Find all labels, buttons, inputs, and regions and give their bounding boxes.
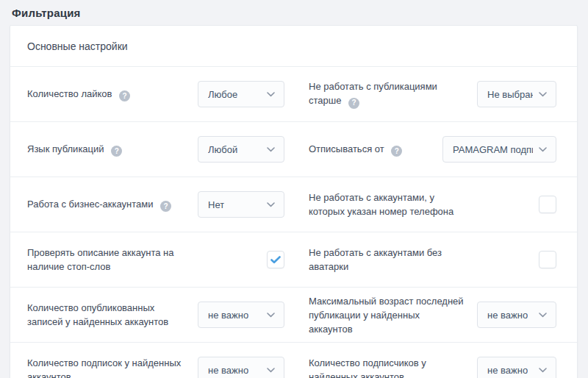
filter-rows: Количество лайков ?ЛюбоеНе работать с пу… [10, 66, 577, 378]
field-skip-accounts-with-phone: Не работать с аккаунтами, у которых указ… [295, 177, 577, 232]
field-business-accounts: Работа с бизнес-аккаунтами ?Нет [10, 177, 295, 232]
skip-accounts-with-phone-checkbox[interactable] [539, 196, 556, 213]
chevron-down-icon [267, 368, 275, 373]
likes-count-help-icon[interactable]: ? [119, 90, 130, 101]
skip-accounts-with-phone-label: Не работать с аккаунтами, у которых указ… [309, 192, 453, 217]
found-accounts-last-post-age-label-wrap: Максимальный возраст последней публикаци… [309, 294, 465, 336]
unfollow-from-dropdown-value: PAMAGRAM подпис... [453, 144, 533, 155]
skip-accounts-without-avatar-checkbox[interactable] [539, 251, 556, 268]
publications-language-dropdown-value: Любой [208, 144, 237, 155]
filter-row: Работа с бизнес-аккаунтами ?НетНе работа… [10, 176, 577, 232]
found-accounts-following-count-label-wrap: Количество подписок у найденных аккаунто… [27, 356, 187, 378]
check-bio-stopwords-checkbox[interactable] [267, 251, 284, 268]
field-check-bio-stopwords: Проверять описание аккаунта на наличие с… [10, 232, 295, 287]
business-accounts-label: Работа с бизнес-аккаунтами [27, 199, 153, 210]
filter-row: Количество лайков ?ЛюбоеНе работать с пу… [10, 66, 577, 121]
found-accounts-posts-count-label: Количество опубликованных записей у найд… [27, 302, 168, 327]
field-publications-language: Язык публикаций ?Любой [10, 122, 295, 176]
field-skip-accounts-without-avatar: Не работать с аккаунтами без аватарки [295, 232, 577, 287]
business-accounts-help-icon[interactable]: ? [160, 201, 171, 212]
field-skip-publications-older: Не работать с публикациями старше ?Не вы… [295, 67, 577, 121]
checkmark-icon [270, 256, 281, 264]
found-accounts-last-post-age-label: Максимальный возраст последней публикаци… [309, 296, 464, 335]
likes-count-dropdown-value: Любое [208, 89, 237, 100]
publications-language-dropdown[interactable]: Любой [198, 136, 284, 163]
publications-language-label: Язык публикаций [27, 143, 104, 154]
chevron-down-icon [267, 92, 275, 97]
chevron-down-icon [539, 147, 547, 152]
chevron-down-icon [539, 92, 547, 97]
page-title: Фильтрация [12, 7, 578, 19]
field-found-accounts-last-post-age: Максимальный возраст последней публикаци… [295, 288, 577, 342]
found-accounts-followers-count-dropdown[interactable]: не важно [477, 357, 556, 378]
found-accounts-following-count-dropdown[interactable]: не важно [198, 357, 284, 378]
found-accounts-followers-count-dropdown-value: не важно [487, 365, 528, 376]
skip-accounts-without-avatar-label: Не работать с аккаунтами без аватарки [309, 247, 442, 272]
found-accounts-last-post-age-dropdown[interactable]: не важно [477, 302, 556, 328]
chevron-down-icon [539, 313, 547, 318]
chevron-down-icon [539, 368, 547, 373]
filter-row: Количество опубликованных записей у найд… [10, 287, 577, 342]
section-heading: Основные настройки [10, 26, 577, 66]
business-accounts-label-wrap: Работа с бизнес-аккаунтами ? [27, 197, 171, 213]
chevron-down-icon [267, 202, 275, 207]
filter-row: Количество подписок у найденных аккаунто… [10, 342, 577, 378]
publications-language-help-icon[interactable]: ? [111, 146, 122, 157]
check-bio-stopwords-label: Проверять описание аккаунта на наличие с… [27, 247, 174, 272]
check-bio-stopwords-label-wrap: Проверять описание аккаунта на наличие с… [27, 246, 187, 274]
business-accounts-dropdown[interactable]: Нет [198, 191, 284, 218]
found-accounts-followers-count-label: Количество подписчиков у найденных аккау… [309, 357, 426, 378]
filter-row: Проверять описание аккаунта на наличие с… [10, 232, 577, 287]
field-found-accounts-posts-count: Количество опубликованных записей у найд… [10, 288, 295, 342]
field-found-accounts-following-count: Количество подписок у найденных аккаунто… [10, 343, 295, 378]
unfollow-from-dropdown[interactable]: PAMAGRAM подпис... [442, 136, 556, 163]
skip-accounts-with-phone-label-wrap: Не работать с аккаунтами, у которых указ… [309, 190, 465, 218]
found-accounts-posts-count-label-wrap: Количество опубликованных записей у найд… [27, 301, 187, 329]
skip-publications-older-label: Не работать с публикациями старше [309, 81, 437, 106]
field-found-accounts-followers-count: Количество подписчиков у найденных аккау… [295, 343, 577, 378]
likes-count-label-wrap: Количество лайков ? [27, 87, 130, 102]
unfollow-from-help-icon[interactable]: ? [391, 146, 402, 157]
likes-count-dropdown[interactable]: Любое [198, 81, 284, 107]
chevron-down-icon [267, 313, 275, 318]
likes-count-label: Количество лайков [27, 88, 112, 99]
found-accounts-last-post-age-dropdown-value: не важно [487, 310, 528, 321]
field-unfollow-from: Отписываться от ?PAMAGRAM подпис... [295, 122, 577, 176]
skip-publications-older-dropdown-value: Не выбрано [487, 89, 533, 100]
skip-publications-older-help-icon[interactable]: ? [348, 98, 359, 109]
found-accounts-posts-count-dropdown-value: не важно [208, 310, 248, 321]
skip-publications-older-dropdown[interactable]: Не выбрано [477, 81, 556, 107]
filtration-page: Фильтрация Основные настройки Количество… [0, 0, 588, 378]
filter-row: Язык публикаций ?ЛюбойОтписываться от ?P… [10, 121, 577, 176]
business-accounts-dropdown-value: Нет [208, 199, 224, 210]
unfollow-from-label-wrap: Отписываться от ? [309, 142, 402, 157]
chevron-down-icon [267, 147, 275, 152]
skip-publications-older-label-wrap: Не работать с публикациями старше ? [309, 79, 465, 109]
found-accounts-following-count-dropdown-value: не важно [208, 365, 248, 376]
skip-accounts-without-avatar-label-wrap: Не работать с аккаунтами без аватарки [309, 246, 465, 274]
found-accounts-posts-count-dropdown[interactable]: не важно [198, 302, 284, 328]
found-accounts-following-count-label: Количество подписок у найденных аккаунто… [27, 357, 181, 378]
main-settings-card: Основные настройки Количество лайков ?Лю… [10, 25, 578, 378]
publications-language-label-wrap: Язык публикаций ? [27, 142, 122, 157]
found-accounts-followers-count-label-wrap: Количество подписчиков у найденных аккау… [309, 356, 465, 378]
unfollow-from-label: Отписываться от [309, 143, 384, 154]
field-likes-count: Количество лайков ?Любое [10, 67, 295, 121]
